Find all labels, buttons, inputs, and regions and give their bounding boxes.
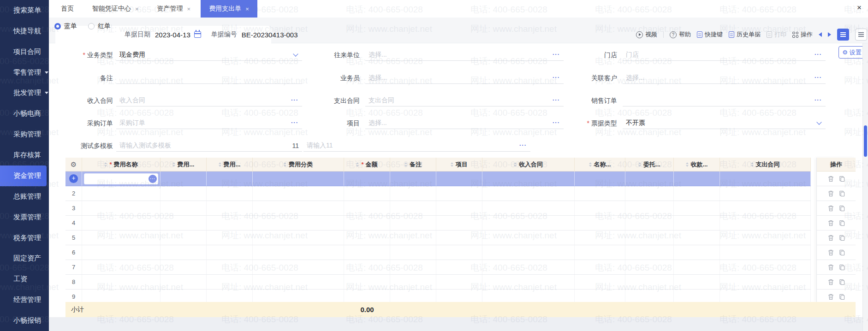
calendar-icon[interactable] (194, 31, 201, 38)
sort-arrows-icon[interactable] (404, 162, 407, 167)
sidebar-item-批发管理[interactable]: 批发管理 (0, 83, 49, 104)
grid-cell[interactable] (482, 201, 575, 215)
previous-record-icon[interactable] (819, 32, 822, 37)
grid-cell[interactable] (720, 275, 811, 289)
ellipsis-picker-icon[interactable]: ··· (814, 72, 822, 83)
grid-cell[interactable] (82, 290, 161, 302)
grid-cell[interactable] (625, 216, 674, 230)
sidebar-item-采购管理[interactable]: 采购管理 (0, 124, 49, 145)
grid-cell[interactable] (207, 245, 253, 260)
grid-cell[interactable]: + (65, 171, 82, 186)
sidebar-item-税务管理[interactable]: 税务管理 (0, 228, 49, 248)
grid-cell[interactable] (207, 201, 253, 215)
grid-cell[interactable] (482, 260, 575, 274)
table-row[interactable]: 4 (65, 216, 811, 231)
expense-name-input[interactable]: ··· (84, 173, 158, 184)
grid-cell[interactable] (161, 216, 207, 230)
sidebar-item-零售管理[interactable]: 零售管理 (0, 62, 49, 83)
column-header-费用名称[interactable]: *费用名称 (82, 158, 161, 171)
ellipsis-picker-icon[interactable]: ··· (519, 140, 527, 151)
grid-cell[interactable] (253, 290, 344, 302)
field-input-11[interactable]: 请输入11··· (303, 140, 530, 152)
settings-button[interactable]: ⚙ 设置 (838, 46, 862, 59)
grid-cell[interactable] (575, 201, 625, 215)
grid-column-settings[interactable]: ⚙ (65, 158, 82, 171)
sort-arrows-icon[interactable] (284, 162, 286, 167)
table-row[interactable]: 6 (65, 245, 811, 260)
sidebar-item-发票管理[interactable]: 发票管理 (0, 207, 49, 228)
grid-cell[interactable] (482, 231, 575, 245)
field-input-业务类型[interactable]: 现金费用 (116, 49, 302, 61)
grid-cell[interactable] (161, 231, 207, 245)
grid-cell[interactable] (253, 231, 344, 245)
action-help[interactable]: 帮助 (670, 30, 691, 39)
sort-arrows-icon[interactable] (514, 162, 517, 167)
grid-cell[interactable]: 2 (65, 186, 82, 201)
column-header-收款...[interactable]: 收款... (674, 158, 720, 171)
grid-cell[interactable] (575, 260, 625, 274)
column-header-备注[interactable]: 备注 (390, 158, 436, 171)
action-video[interactable]: 视频 (636, 30, 657, 39)
grid-cell[interactable] (390, 275, 436, 289)
column-header-委托...[interactable]: 委托... (625, 158, 674, 171)
grid-cell[interactable] (82, 260, 161, 274)
sidebar-item-固定资产[interactable]: 固定资产 (0, 248, 49, 269)
grid-cell[interactable] (82, 201, 161, 215)
grid-cell[interactable] (344, 216, 390, 230)
grid-cell[interactable]: ··· (82, 171, 161, 186)
grid-cell[interactable]: 5 (65, 231, 82, 245)
grid-cell[interactable] (161, 260, 207, 274)
table-row[interactable]: 7 (65, 260, 811, 275)
column-header-金额[interactable]: *金额 (344, 158, 390, 171)
grid-cell[interactable] (625, 260, 674, 274)
table-row[interactable]: 8 (65, 275, 811, 290)
sidebar-item-小畅电商[interactable]: 小畅电商 (0, 103, 49, 124)
copy-row-icon[interactable] (839, 279, 845, 285)
table-row-selected[interactable]: +··· (65, 171, 811, 186)
grid-cell[interactable] (344, 290, 390, 302)
sort-arrows-icon[interactable] (104, 162, 107, 167)
grid-cell[interactable] (344, 186, 390, 201)
tab-首页[interactable]: 首页 (53, 0, 82, 18)
grid-cell[interactable] (720, 171, 811, 186)
grid-cell[interactable] (575, 275, 625, 289)
grid-cell[interactable] (161, 245, 207, 260)
grid-cell[interactable] (344, 171, 390, 186)
chevron-down-icon[interactable] (816, 119, 821, 124)
grid-cell[interactable] (575, 245, 625, 260)
grid-cell[interactable] (207, 231, 253, 245)
grid-cell[interactable] (436, 275, 482, 289)
ellipsis-picker-icon[interactable]: ··· (814, 49, 822, 60)
grid-cell[interactable] (625, 201, 674, 215)
grid-cell[interactable] (207, 290, 253, 302)
grid-cell[interactable] (82, 245, 161, 260)
gear-icon[interactable]: ⚙ (71, 160, 77, 169)
grid-cell[interactable]: 3 (65, 201, 82, 215)
sort-arrows-icon[interactable] (638, 162, 641, 167)
sort-arrows-icon[interactable] (751, 162, 754, 167)
field-input-采购订单[interactable]: 采购订单··· (116, 117, 302, 129)
grid-cell[interactable] (390, 216, 436, 230)
grid-cell[interactable] (482, 216, 575, 230)
copy-row-icon[interactable] (839, 205, 845, 212)
grid-cell[interactable] (720, 290, 811, 302)
copy-row-icon[interactable] (839, 249, 845, 256)
sidebar-item-工资[interactable]: 工资 (0, 269, 49, 290)
grid-cell[interactable] (207, 216, 253, 230)
add-row-button[interactable]: + (69, 174, 78, 183)
grid-cell[interactable] (625, 275, 674, 289)
grid-cell[interactable] (482, 171, 575, 186)
grid-cell[interactable] (207, 275, 253, 289)
grid-cell[interactable] (390, 201, 436, 215)
delete-row-icon[interactable] (828, 264, 834, 271)
grid-cell[interactable] (390, 260, 436, 274)
sidebar-item-经营管理[interactable]: 经营管理 (0, 290, 49, 310)
sidebar-item-搜索菜单[interactable]: 搜索菜单 (0, 0, 49, 21)
grid-cell[interactable] (161, 275, 207, 289)
field-input-业务员[interactable]: 选择...··· (365, 72, 564, 84)
copy-row-icon[interactable] (839, 220, 845, 226)
grid-cell[interactable] (253, 186, 344, 201)
grid-cell[interactable] (161, 290, 207, 302)
copy-row-icon[interactable] (839, 190, 845, 197)
field-input-关联客户[interactable]: 选择...··· (623, 72, 826, 84)
